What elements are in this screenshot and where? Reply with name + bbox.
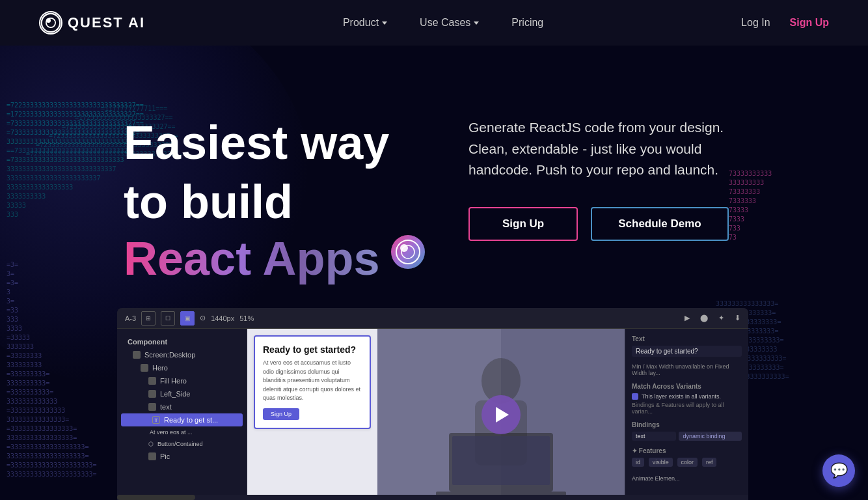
svg-text:33333333333333333=: 33333333333333333=: [7, 434, 77, 441]
hero-right-content: Generate ReactJS code from your design. …: [416, 85, 868, 241]
feature-ref: ref: [702, 458, 717, 467]
features-title: ✦ Features: [632, 447, 742, 454]
svg-text:3333333333333333333333=: 3333333333333333333333=: [7, 471, 96, 478]
play-icon: [496, 407, 509, 423]
toolbar-right: ▶ ⬤ ✦ ⬇: [685, 314, 740, 322]
feature-color: color: [677, 458, 698, 467]
panel-left: Component Screen:Desktop Hero Fill Hero …: [117, 329, 247, 500]
scrollbar-track[interactable]: [117, 495, 748, 500]
match-section-title: Match Across Variants: [632, 383, 742, 390]
hero-cta-buttons: Sign Up Schedule Demo: [468, 207, 868, 241]
ui-preview: A-3 ⊞ ☐ ▣ ⊙ 1440px 51% ▶ ⬤ ✦ ⬇: [117, 308, 748, 500]
frame-label: A-3: [125, 314, 136, 322]
left-side-icon: [148, 390, 156, 398]
hero-title-line1: Easiest way: [124, 117, 416, 169]
canvas-card-text: At vero eos et accusamus et iusto odio d…: [263, 359, 362, 403]
bindings-section: Bindings text dynamic binding: [632, 421, 742, 441]
svg-text:3333333333=: 3333333333=: [7, 380, 49, 387]
panel-hero[interactable]: Hero: [117, 361, 247, 374]
canvas-card: Ready to get started? At vero eos et acc…: [254, 335, 371, 429]
features-section: ✦ Features id visible color ref: [632, 447, 742, 469]
scrollbar-thumb[interactable]: [117, 495, 195, 500]
panel-screen-desktop[interactable]: Screen:Desktop: [117, 348, 247, 361]
text-value: Ready to get started?: [632, 346, 742, 357]
svg-text:=333333333=: =333333333=: [7, 370, 49, 378]
animate-label: Animate Elemen...: [632, 475, 742, 482]
download-icon[interactable]: ⬇: [735, 314, 740, 322]
binding-key: text: [632, 432, 676, 441]
panel-center: Ready to get started? At vero eos et acc…: [247, 329, 625, 500]
match-sub-text: Bindings & Features will apply to all va…: [632, 402, 742, 415]
hero-signup-button[interactable]: Sign Up: [468, 207, 578, 241]
record-icon[interactable]: ⬤: [700, 314, 708, 322]
toolbar-icon-4: ⊙: [200, 314, 206, 322]
nav-pricing[interactable]: Pricing: [511, 17, 543, 29]
screen-icon: [133, 351, 141, 359]
hero-section: =72233333333333333333333333333327== =172…: [0, 46, 868, 500]
canvas-card-title: Ready to get started?: [263, 344, 362, 355]
feature-id: id: [632, 458, 644, 467]
fill-hero-icon: [148, 377, 156, 385]
toolbar-icon-3[interactable]: ▣: [180, 311, 195, 326]
signup-nav-button[interactable]: Sign Up: [790, 17, 829, 29]
canvas-card-button[interactable]: Sign Up: [263, 408, 299, 420]
navbar: QUEST AI Product Use Cases Pricing Log I…: [0, 0, 868, 46]
play-icon[interactable]: ▶: [685, 314, 690, 322]
panel-atvero-text[interactable]: At vero eos at ...: [117, 426, 247, 438]
nav-use-cases[interactable]: Use Cases: [420, 17, 479, 29]
chat-icon: 💬: [830, 462, 848, 479]
minmax-section: Min / Max Width unavailable on Fixed Wid…: [632, 363, 742, 376]
size-label: 1440px: [211, 314, 234, 322]
zoom-label: 51%: [239, 314, 254, 322]
quest-logo-hero: [390, 234, 426, 270]
chat-button[interactable]: 💬: [822, 454, 855, 487]
svg-text:333333333333333=: 333333333333333=: [7, 416, 69, 423]
bindings-title: Bindings: [632, 421, 742, 428]
panel-text-item[interactable]: text: [117, 400, 247, 413]
panel-fill-hero[interactable]: Fill Hero: [117, 374, 247, 387]
svg-text:=3333333333333333=: =3333333333333333=: [7, 425, 77, 432]
svg-point-66: [400, 244, 408, 252]
nav-product[interactable]: Product: [343, 17, 387, 29]
panel-component-header: Component: [117, 335, 247, 348]
binding-value: dynamic binding: [679, 432, 742, 441]
logo-icon: [39, 11, 62, 35]
hero-title-line2: to build: [124, 175, 416, 229]
checkbox-icon: [632, 393, 638, 400]
hero-icon: [141, 364, 148, 372]
features-sparkle-icon: ✦: [632, 447, 639, 454]
text-item-icon: [148, 403, 156, 411]
toolbar-icon-2[interactable]: ☐: [161, 311, 175, 326]
toolbar-icons: ⊞ ☐ ▣: [141, 311, 195, 326]
text-section: Text Ready to get started?: [632, 335, 742, 357]
panel-ready-text[interactable]: T Ready to get st...: [121, 413, 243, 426]
svg-text:3333333333333: 3333333333333: [7, 398, 57, 405]
use-cases-chevron-icon: [474, 21, 479, 25]
match-checkbox: This layer exists in all variants.: [632, 393, 742, 400]
hero-left-content: Easiest way to build React Apps: [0, 85, 416, 305]
login-button[interactable]: Log In: [741, 17, 770, 29]
logo-svg: [40, 11, 61, 35]
svg-text:=3333333333=: =3333333333=: [7, 389, 53, 396]
toolbar-icon-1[interactable]: ⊞: [141, 311, 156, 326]
panel-pic[interactable]: Pic: [117, 450, 247, 463]
svg-text:=33333333333333: =33333333333333: [7, 407, 65, 414]
pic-icon: [148, 452, 156, 460]
ui-toolbar: A-3 ⊞ ☐ ▣ ⊙ 1440px 51% ▶ ⬤ ✦ ⬇: [117, 308, 748, 329]
feature-visible: visible: [649, 458, 673, 467]
svg-point-2: [46, 18, 51, 23]
logo-text: QUEST AI: [68, 14, 145, 31]
ready-text-icon: T: [152, 416, 160, 424]
panel-button-contained[interactable]: ⬡ Button/Contained: [117, 438, 247, 450]
hero-demo-button[interactable]: Schedule Demo: [591, 207, 729, 241]
play-button[interactable]: [481, 395, 521, 434]
panel-right: Text Ready to get started? Min / Max Wid…: [625, 329, 748, 500]
svg-text:=3333333333333333333=: =3333333333333333333=: [7, 443, 88, 451]
nav-actions: Log In Sign Up: [741, 17, 829, 29]
svg-rect-73: [452, 436, 550, 485]
panel-left-side[interactable]: Left_Side: [117, 387, 247, 400]
binding-row: text dynamic binding: [632, 432, 742, 441]
share-icon[interactable]: ✦: [718, 314, 724, 322]
logo[interactable]: QUEST AI: [39, 11, 145, 35]
svg-text:33333333333333333333=: 33333333333333333333=: [7, 452, 88, 460]
